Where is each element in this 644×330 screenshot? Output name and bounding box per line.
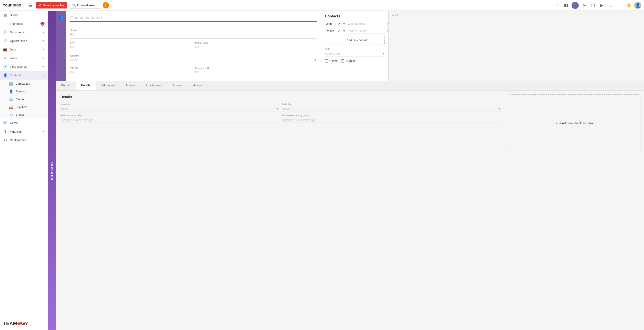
company-name-input[interactable] xyxy=(70,14,317,22)
industry-select[interactable]: Select xyxy=(282,106,501,111)
city-input[interactable] xyxy=(70,45,192,49)
quote-marks: “” xyxy=(389,11,644,22)
sidebar-item-companies[interactable]: 🏢 Companies xyxy=(4,80,48,88)
notification-badge[interactable]: 1 xyxy=(103,2,109,8)
web-clear-button[interactable]: ✕ xyxy=(386,22,388,26)
sidebar-label-brands: Brands xyxy=(16,113,44,116)
sidebar-item-documents[interactable]: 📄 Documents ▼ xyxy=(0,28,48,37)
category-select[interactable]: Select xyxy=(60,106,279,111)
video-button[interactable]: ▶ xyxy=(598,2,606,9)
tab-addresses[interactable]: Addresses xyxy=(96,81,120,90)
tags-label: Tags xyxy=(325,48,384,50)
chat-button[interactable]: ▮▮ xyxy=(562,2,570,9)
sidebar-label-jobs: Jobs xyxy=(10,48,40,51)
street-field: Street xyxy=(70,27,317,39)
maturity-row: Sales maturity (days) Purchase maturity … xyxy=(60,114,501,123)
industry-field: Industry Select ▼ xyxy=(282,103,501,111)
add-bank-button[interactable]: + + Add new bank account xyxy=(509,94,640,152)
clients-icon: 👔 xyxy=(9,97,14,101)
tags-select[interactable]: Select or fill xyxy=(325,51,384,56)
sidebar-item-jobs[interactable]: 💼 Jobs ▼ xyxy=(0,45,48,54)
sidebar-item-opportunities[interactable]: ⏱ Opportunities ▼ xyxy=(0,37,48,45)
client-label: Client xyxy=(330,59,337,62)
street-input[interactable] xyxy=(70,32,317,37)
jobs-arrow: ▼ xyxy=(42,48,44,51)
client-checkbox-label[interactable]: Client xyxy=(325,59,337,62)
city-label: City xyxy=(70,41,192,44)
sidebar-label-persons: Persons xyxy=(16,90,44,93)
add-button[interactable]: + xyxy=(554,2,561,9)
city-field: City xyxy=(70,39,192,51)
sidebar-item-board[interactable]: ▦ Board xyxy=(0,11,48,19)
tab-brands[interactable]: Brands xyxy=(120,81,140,90)
purchase-maturity-label: Purchase maturity (days) xyxy=(282,114,501,117)
header: Your logo ☰ ⊘ Save impossible 🔍 External… xyxy=(0,0,644,11)
vat-id-input[interactable] xyxy=(70,70,192,74)
tasks-arrow: ▼ xyxy=(42,57,44,59)
phone-input[interactable] xyxy=(348,28,385,33)
purchase-maturity-input[interactable] xyxy=(282,117,501,123)
sidebar-item-brands[interactable]: 🏷 Brands xyxy=(4,111,48,119)
industry-select-wrapper: Select ▼ xyxy=(282,106,501,111)
tab-history[interactable]: History xyxy=(188,81,207,90)
contacts-arrow: ▲ xyxy=(42,74,44,77)
logo: Your logo xyxy=(3,3,21,7)
country-select[interactable]: Select xyxy=(70,58,317,62)
web-input[interactable] xyxy=(348,21,385,26)
tab-attachments[interactable]: Attachments xyxy=(140,81,167,90)
tab-access[interactable]: Access xyxy=(167,81,188,90)
header-right: + ▮▮ ? ➤ ◫ ▶ □ ⋮ 🔔 👤 xyxy=(554,2,641,9)
sales-maturity-input[interactable] xyxy=(60,117,279,123)
avatar[interactable]: 👤 xyxy=(634,2,641,9)
documents-arrow: ▼ xyxy=(42,31,44,34)
comment-button[interactable]: □ xyxy=(607,2,614,9)
web-type-select[interactable]: Web xyxy=(325,22,340,26)
sidebar-item-suppliers[interactable]: 🏭 Suppliers xyxy=(4,103,48,111)
add-contact-button[interactable]: + + Add new contact xyxy=(325,36,384,44)
sidebar-item-in-process[interactable]: → In process 0 xyxy=(0,19,48,28)
sidebar-label-clients: Clients xyxy=(16,98,44,101)
send-button[interactable]: ➤ xyxy=(580,2,588,9)
sidebar-item-financial[interactable]: $ Financial ▼ xyxy=(0,127,48,136)
postal-code-input[interactable] xyxy=(195,45,317,49)
external-search-button[interactable]: 🔍 External search xyxy=(69,2,100,9)
sales-maturity-label: Sales maturity (days) xyxy=(60,114,279,117)
category-label: Category xyxy=(60,103,279,105)
bell-button[interactable]: 🔔 xyxy=(625,2,632,9)
sidebar-item-contacts[interactable]: 👤 Contacts ▲ xyxy=(0,71,48,80)
tab-details[interactable]: Details xyxy=(76,81,96,90)
country-select-wrapper: Select ▼ xyxy=(70,58,317,62)
vat-id-field: VAT ID xyxy=(70,65,192,76)
opportunities-arrow: ▼ xyxy=(42,39,44,42)
gems-icon: 💎 xyxy=(3,121,8,125)
help-button[interactable]: ? xyxy=(572,2,579,9)
sidebar-sub-contacts: 🏢 Companies 👤 Persons 👔 Clients 🏭 Suppli… xyxy=(0,80,48,119)
sidebar-item-time-records[interactable]: 🕐 Time records ▼ xyxy=(0,62,48,71)
phone-type-select[interactable]: Phone xyxy=(325,29,340,33)
street-label: Street xyxy=(70,29,317,32)
save-button[interactable]: ⊘ Save impossible xyxy=(36,2,67,8)
sidebar-item-tasks[interactable]: ≡ Tasks ▼ xyxy=(0,54,48,62)
sidebar-label-tasks: Tasks xyxy=(10,56,40,60)
sidebar-item-gems[interactable]: 💎 Gems xyxy=(0,119,48,127)
sidebar-item-clients[interactable]: 👔 Clients xyxy=(4,95,48,103)
form-icon-area: 👥 xyxy=(56,11,66,81)
tab-people[interactable]: People xyxy=(56,81,76,90)
contacts-title: Contacts xyxy=(325,14,384,18)
company-form: Street City Postal code xyxy=(66,11,321,81)
phone-clear-button[interactable]: ✕ xyxy=(386,29,388,33)
puzzle-button[interactable]: ◫ xyxy=(590,2,596,9)
sidebar-item-configuration[interactable]: ⚙ Configuration xyxy=(0,136,48,145)
company-id-input[interactable] xyxy=(195,70,317,74)
contacts-icon: 👤 xyxy=(3,73,8,77)
sidebar-label-opportunities: Opportunities xyxy=(10,39,40,43)
form-icon: 👥 xyxy=(58,14,64,20)
supplier-checkbox[interactable] xyxy=(341,59,344,62)
checkbox-row: Client Supplier xyxy=(325,59,384,62)
supplier-checkbox-label[interactable]: Supplier xyxy=(341,59,356,62)
menu-button[interactable]: ☰ xyxy=(26,2,34,9)
more-button[interactable]: ⋮ xyxy=(616,2,624,9)
vat-id-label: VAT ID xyxy=(70,67,192,69)
client-checkbox[interactable] xyxy=(325,59,328,62)
sidebar-item-persons[interactable]: 👤 Persons xyxy=(4,88,48,95)
